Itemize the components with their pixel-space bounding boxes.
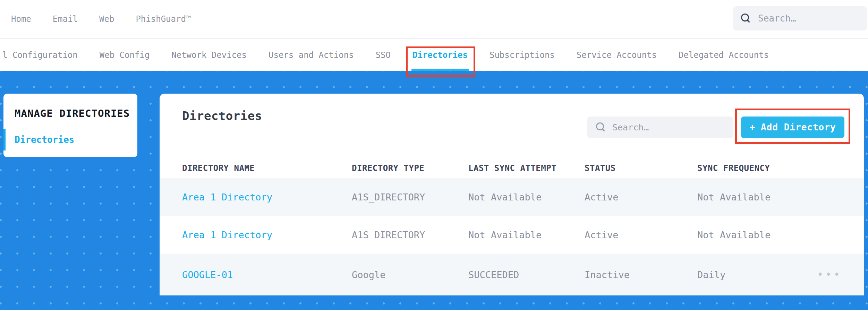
tab-subscriptions[interactable]: Subscriptions xyxy=(490,39,555,71)
settings-tab-bar: l Configuration Web Config Network Devic… xyxy=(0,39,868,71)
directory-name-link[interactable]: Area 1 Directory xyxy=(182,230,352,240)
global-search-input[interactable] xyxy=(758,13,867,24)
page-title: Directories xyxy=(182,109,262,123)
sidebar-item-directories[interactable]: Directories xyxy=(3,135,137,145)
status-cell: Inactive xyxy=(585,269,697,280)
column-header-last-sync-attempt: LAST SYNC ATTEMPT xyxy=(468,163,585,173)
global-search-box[interactable] xyxy=(733,6,867,31)
add-directory-button-area: + Add Directory xyxy=(741,117,844,138)
directory-type-cell: A1S_DIRECTORY xyxy=(352,192,468,203)
tab-web-config[interactable]: Web Config xyxy=(100,39,150,71)
table-row: GOOGLE-01 Google SUCCEEDED Inactive Dail… xyxy=(160,254,864,295)
row-actions-cell: ••• xyxy=(817,269,868,280)
directories-table: DIRECTORY NAME DIRECTORY TYPE LAST SYNC … xyxy=(160,158,864,295)
directories-search-input[interactable] xyxy=(612,122,733,132)
manage-directories-card: MANAGE DIRECTORIES Directories xyxy=(3,94,137,157)
top-navigation: Home Email Web PhishGuard™ xyxy=(0,0,868,38)
table-header-row: DIRECTORY NAME DIRECTORY TYPE LAST SYNC … xyxy=(160,158,864,178)
search-icon xyxy=(741,13,751,24)
directory-type-cell: A1S_DIRECTORY xyxy=(352,230,468,240)
topnav-item-web[interactable]: Web xyxy=(99,14,114,24)
add-directory-button[interactable]: + Add Directory xyxy=(741,117,844,138)
screen: Home Email Web PhishGuard™ l Configurati… xyxy=(0,0,868,310)
last-sync-cell: Not Available xyxy=(468,192,585,203)
tab-directories-label: Directories xyxy=(412,50,468,60)
column-header-directory-name: DIRECTORY NAME xyxy=(182,163,352,173)
tab-users-and-actions[interactable]: Users and Actions xyxy=(269,39,354,71)
directories-panel: Directories + Add Directory DIRECTORY NA… xyxy=(160,94,864,295)
status-cell: Active xyxy=(585,230,697,240)
search-icon xyxy=(596,122,606,132)
sidebar-item-label: Directories xyxy=(15,135,74,145)
sidebar-title: MANAGE DIRECTORIES xyxy=(15,107,137,119)
directories-search-box[interactable] xyxy=(587,117,733,138)
plus-icon: + xyxy=(749,122,755,132)
tab-service-accounts[interactable]: Service Accounts xyxy=(577,39,657,71)
table-row: Area 1 Directory A1S_DIRECTORY Not Avail… xyxy=(160,216,864,254)
directory-name-link[interactable]: GOOGLE-01 xyxy=(182,269,352,280)
tab-directories[interactable]: Directories xyxy=(412,39,468,71)
directory-type-cell: Google xyxy=(352,269,468,280)
sync-frequency-cell: Not Available xyxy=(697,230,817,240)
last-sync-cell: Not Available xyxy=(468,230,585,240)
column-header-status: STATUS xyxy=(585,163,697,173)
sync-frequency-cell: Not Available xyxy=(697,192,817,203)
tab-email-configuration[interactable]: l Configuration xyxy=(2,39,78,71)
directory-name-link[interactable]: Area 1 Directory xyxy=(182,192,352,203)
ellipsis-icon[interactable]: ••• xyxy=(817,269,842,280)
active-item-bar xyxy=(3,129,6,150)
sync-frequency-cell: Daily xyxy=(697,269,817,280)
active-tab-underline xyxy=(411,69,469,71)
status-cell: Active xyxy=(585,192,697,203)
add-directory-button-label: Add Directory xyxy=(761,122,836,132)
topnav-item-email[interactable]: Email xyxy=(53,14,78,24)
tab-delegated-accounts[interactable]: Delegated Accounts xyxy=(679,39,769,71)
tab-network-devices[interactable]: Network Devices xyxy=(171,39,247,71)
tab-sso[interactable]: SSO xyxy=(376,39,391,71)
table-row: Area 1 Directory A1S_DIRECTORY Not Avail… xyxy=(160,178,864,216)
topnav-item-phishguard[interactable]: PhishGuard™ xyxy=(136,14,191,24)
last-sync-cell: SUCCEEDED xyxy=(468,269,585,280)
column-header-directory-type: DIRECTORY TYPE xyxy=(352,163,468,173)
column-header-sync-frequency: SYNC FREQUENCY xyxy=(697,163,817,173)
topnav-item-home[interactable]: Home xyxy=(11,14,31,24)
